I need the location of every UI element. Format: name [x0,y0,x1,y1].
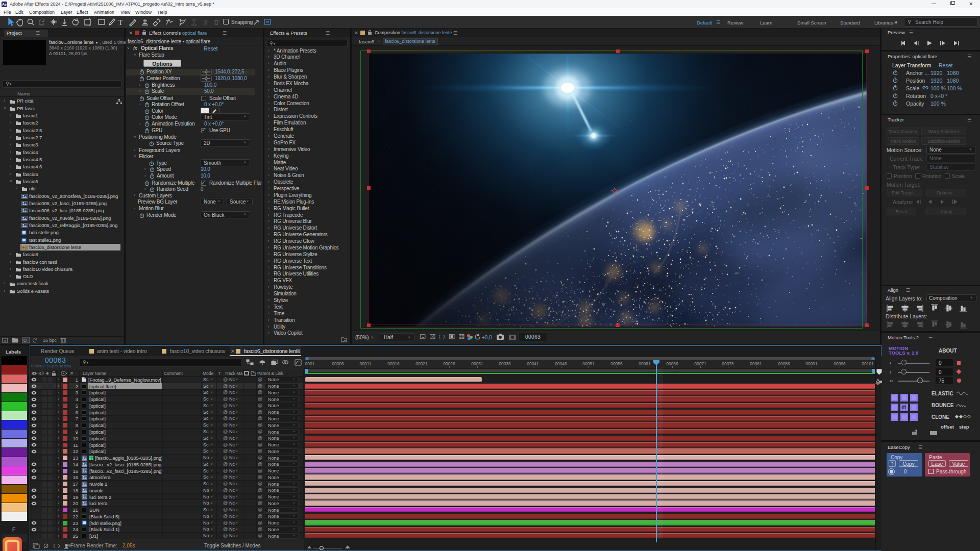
svg-text:16 bpc: 16 bpc [43,338,57,343]
svg-text:T: T [118,19,123,27]
